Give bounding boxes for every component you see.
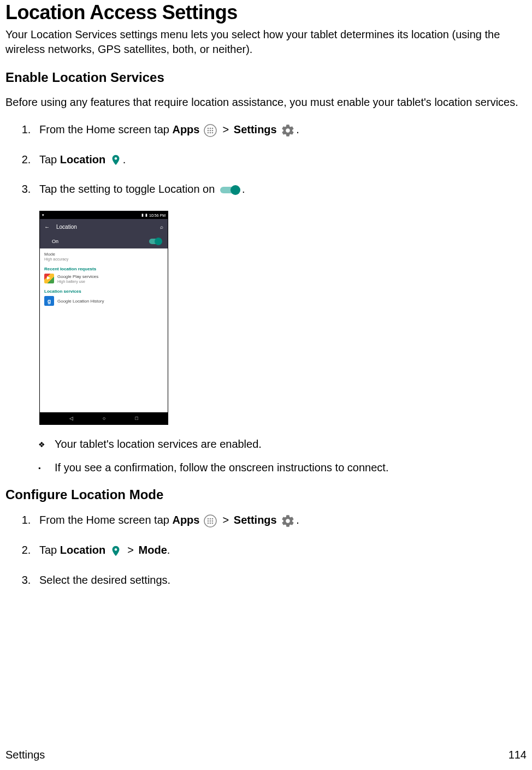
ss-battery-icon: ▮ — [145, 213, 147, 217]
gt-sep: > — [223, 123, 229, 135]
section1-heading: Enable Location Services — [5, 70, 527, 85]
ss-title: Location — [56, 224, 153, 230]
step1-settings: Settings — [234, 123, 277, 135]
step2-pre: Tap — [39, 153, 60, 165]
step-3: Tap the setting to toggle Location on . — [34, 181, 527, 197]
intro-text: Your Location Services settings menu let… — [5, 27, 527, 57]
footer-section: Settings — [5, 749, 45, 761]
step-2: Tap Location . — [34, 152, 527, 168]
result-square-list: If you see a confirmation, follow the on… — [5, 461, 527, 474]
ss-services-heading: Location services — [44, 289, 163, 294]
apps-icon — [204, 124, 217, 137]
s2-step1-settings: Settings — [234, 514, 277, 526]
s2-step2-loc: Location — [60, 544, 105, 556]
ss-time: 10:56 PM — [149, 214, 165, 217]
nav-home-icon: ○ — [103, 416, 105, 421]
nav-back-icon: ◁ — [69, 416, 73, 421]
ss-navbar: ◁ ○ □ — [40, 412, 168, 424]
gear-icon — [281, 514, 295, 528]
ss-services-row: g Google Location History — [44, 296, 163, 306]
s2-step-3: Select the desired settings. — [34, 572, 527, 588]
step3-text: Tap the setting to toggle Location on — [39, 183, 218, 195]
gear-icon — [281, 123, 295, 138]
s2-step-1: From the Home screen tap Apps > Settings… — [34, 512, 527, 528]
toggle-on-icon — [219, 183, 241, 197]
play-services-icon — [44, 274, 54, 283]
period: . — [167, 544, 170, 556]
section1-lead: Before using any features that require l… — [5, 95, 527, 110]
section1-steps: From the Home screen tap Apps > Settings… — [5, 122, 527, 197]
period: . — [242, 183, 245, 195]
diamond-bullet: Your tablet's location services are enab… — [38, 438, 527, 451]
period: . — [296, 514, 299, 526]
nav-recent-icon: □ — [135, 416, 138, 421]
footer-page: 114 — [509, 749, 527, 761]
s2-step2-mode: Mode — [139, 544, 167, 556]
ss-back-icon: ← — [44, 224, 50, 230]
step1-pre: From the Home screen tap — [39, 123, 172, 135]
ss-mode-label: Mode — [44, 252, 163, 257]
ss-status-bar: ▾ ▮ ▮ 10:56 PM — [40, 211, 168, 219]
ss-toggle — [149, 239, 161, 244]
google-icon: g — [44, 296, 54, 306]
s2-step2-pre: Tap — [39, 544, 60, 556]
ss-recent-row: Google Play services High battery use — [44, 274, 163, 283]
gt-sep: > — [223, 514, 229, 526]
step2-loc: Location — [60, 153, 105, 165]
ss-recent-sub: High battery use — [57, 280, 98, 283]
s2-step-2: Tap Location > Mode. — [34, 542, 527, 558]
ss-signal-icon: ▮ — [141, 213, 144, 217]
ss-recent-heading: Recent location requests — [44, 266, 163, 271]
pin-icon — [110, 153, 122, 167]
ss-on-row: On — [40, 234, 168, 248]
pin-icon — [110, 544, 122, 558]
ss-header: ← Location ⌕ — [40, 219, 168, 234]
result-diamond-list: Your tablet's location services are enab… — [5, 438, 527, 451]
s2-step1-pre: From the Home screen tap — [39, 514, 172, 526]
s2-step1-apps: Apps — [172, 514, 199, 526]
page-title: Location Access Settings — [5, 1, 527, 24]
ss-mode-value: High accuracy — [44, 257, 163, 261]
section2-steps: From the Home screen tap Apps > Settings… — [5, 512, 527, 587]
step-1: From the Home screen tap Apps > Settings… — [34, 122, 527, 138]
ss-on-label: On — [52, 239, 58, 244]
gt-sep: > — [127, 544, 134, 556]
apps-icon — [204, 514, 217, 528]
period: . — [296, 123, 299, 135]
ss-search-icon: ⌕ — [160, 224, 163, 230]
section2-heading: Configure Location Mode — [5, 487, 527, 502]
page-footer: Settings 114 — [5, 749, 527, 761]
location-screenshot: ▾ ▮ ▮ 10:56 PM ← Location ⌕ On Mode High… — [39, 211, 168, 425]
square-bullet: If you see a confirmation, follow the on… — [38, 461, 527, 474]
ss-services-item: Google Location History — [57, 299, 104, 304]
ss-wifi-icon: ▾ — [42, 213, 44, 217]
ss-recent-item: Google Play services — [57, 274, 98, 279]
period: . — [123, 153, 126, 165]
step1-apps: Apps — [172, 123, 199, 135]
